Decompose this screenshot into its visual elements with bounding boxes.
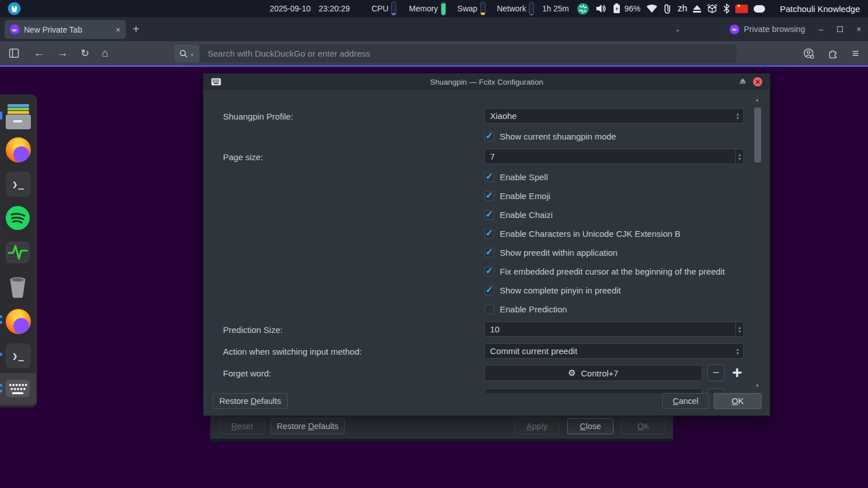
- tab-title: New Private Tab: [24, 25, 82, 34]
- spin-arrows-icon[interactable]: ▴▾: [735, 322, 743, 336]
- ok-button[interactable]: OK: [620, 418, 666, 434]
- cpu-monitor[interactable]: CPU: [372, 2, 397, 15]
- home-icon[interactable]: ⌂: [102, 47, 108, 59]
- checkbox[interactable]: ✓: [484, 172, 494, 182]
- tab-new-private-tab[interactable]: ∞ New Private Tab ×: [5, 20, 126, 39]
- memory-monitor[interactable]: Memory: [409, 2, 446, 15]
- show-mode-checkbox-row[interactable]: ✓ Show current shuangpin mode: [484, 132, 616, 141]
- sidebar-icon[interactable]: [9, 49, 19, 58]
- add-shortcut-button[interactable]: +: [728, 364, 746, 380]
- dock-item-terminal-2[interactable]: ❯_: [5, 342, 32, 370]
- menu-icon[interactable]: ≡: [852, 47, 859, 60]
- checkbox-row[interactable]: ✓Show complete pinyin in preedit: [484, 285, 621, 295]
- wifi-icon[interactable]: [646, 5, 658, 13]
- scrollbar-thumb[interactable]: [754, 108, 761, 162]
- screenshot-icon[interactable]: [577, 3, 589, 15]
- forward-icon[interactable]: →: [57, 47, 68, 59]
- flag-icon[interactable]: [735, 5, 748, 13]
- search-mode-chunk[interactable]: ⌄: [174, 45, 200, 62]
- swap-monitor[interactable]: Swap: [457, 2, 485, 15]
- forget-word-shortcut-button[interactable]: ⚙ Control+7: [484, 365, 702, 381]
- private-accent-line: [0, 65, 868, 67]
- reset-button[interactable]: Reset: [220, 418, 265, 434]
- restore-defaults-button[interactable]: Restore Defaults: [213, 393, 288, 409]
- spotify-icon: [5, 205, 31, 231]
- account-icon[interactable]: [803, 48, 814, 59]
- fcitx-config-window: Reset Restore Defaults Apply Close OK: [210, 416, 673, 442]
- running-indicator: [0, 112, 2, 120]
- urlbar[interactable]: ⌄ Search with DuckDuckGo or enter addres…: [174, 45, 736, 62]
- new-tab-button[interactable]: +: [133, 23, 140, 35]
- shade-icon[interactable]: [740, 78, 746, 84]
- volume-icon[interactable]: [596, 4, 606, 13]
- distro-logo-icon[interactable]: [8, 2, 21, 15]
- dock-item-firefox-2[interactable]: [5, 308, 32, 335]
- checkbox-row[interactable]: ✓Enable Prediction: [484, 304, 567, 314]
- eject-icon[interactable]: [693, 5, 701, 13]
- bluetooth-icon[interactable]: [723, 3, 730, 14]
- checkbox[interactable]: ✓: [484, 229, 494, 239]
- page-size-spinbox[interactable]: 7 ▴▾: [484, 149, 744, 164]
- firefox-icon: [6, 137, 31, 162]
- checkbox-row[interactable]: ✓Enable Spell: [484, 172, 548, 182]
- dock-item-file-manager[interactable]: [5, 102, 32, 129]
- maximize-button[interactable]: [837, 25, 843, 34]
- dock-item-firefox[interactable]: [5, 136, 32, 164]
- package-icon[interactable]: [707, 3, 718, 14]
- list-tabs-chevron-icon[interactable]: ⌄: [675, 25, 680, 33]
- spin-arrows-icon[interactable]: ▴▾: [735, 149, 743, 164]
- back-icon[interactable]: ←: [34, 47, 45, 59]
- minimize-button[interactable]: –: [819, 25, 823, 34]
- extensions-icon[interactable]: [828, 48, 838, 58]
- combo-arrows-icon[interactable]: ▴▾: [734, 344, 742, 358]
- dock-item-fcitx-keyboard[interactable]: [5, 375, 32, 403]
- browser-toolbar: ← → ↻ ⌂ ⌄ Search with DuckDuckGo or ente…: [0, 41, 868, 65]
- checkbox[interactable]: ✓: [484, 191, 494, 201]
- checkbox-row[interactable]: ✓Enable Chaizi: [484, 210, 553, 220]
- close-button[interactable]: Close: [567, 418, 614, 434]
- switch-action-combobox[interactable]: Commit current preedit ▴▾: [484, 343, 744, 359]
- battery-icon[interactable]: [613, 3, 620, 14]
- remove-shortcut-button[interactable]: −: [707, 364, 724, 381]
- mouse-icon[interactable]: [754, 5, 765, 13]
- cancel-button[interactable]: Cancel: [662, 393, 709, 409]
- checkbox[interactable]: ✓: [484, 285, 494, 295]
- keyboard-layout-indicator[interactable]: zh: [678, 3, 687, 14]
- page-size-value: 7: [490, 152, 495, 161]
- search-chevron-icon: ⌄: [190, 50, 194, 57]
- combo-arrows-icon[interactable]: ▴▾: [734, 109, 742, 123]
- paperclip-icon[interactable]: [663, 3, 672, 14]
- reload-icon[interactable]: ↻: [81, 47, 89, 59]
- username-label[interactable]: Patchouli Knowledge: [780, 4, 860, 14]
- ok-button[interactable]: OK: [714, 393, 762, 409]
- close-tab-icon[interactable]: ×: [116, 25, 121, 34]
- checkbox[interactable]: ✓: [484, 248, 494, 257]
- swap-label: Swap: [457, 4, 477, 13]
- running-indicator: [0, 321, 2, 324]
- checkbox-row[interactable]: ✓Enable Emoji: [484, 191, 550, 201]
- system-monitor-icon: [5, 239, 31, 265]
- checkbox[interactable]: ✓: [484, 210, 494, 220]
- dock-item-system-monitor[interactable]: [5, 239, 32, 267]
- network-monitor[interactable]: Network: [497, 2, 534, 15]
- close-window-button[interactable]: ×: [857, 25, 861, 34]
- dock-item-spotify[interactable]: [5, 205, 32, 232]
- checkbox[interactable]: ✓: [484, 267, 494, 276]
- shortcut-value: Control+7: [581, 368, 618, 378]
- restore-defaults-button[interactable]: Restore Defaults: [270, 418, 345, 434]
- dock-item-trash[interactable]: [5, 273, 32, 301]
- checkbox[interactable]: ✓: [484, 132, 494, 141]
- dialog-close-button[interactable]: ✕: [753, 77, 762, 86]
- checkbox-row[interactable]: ✓Enable Characters in Unicode CJK Extens…: [484, 229, 680, 239]
- checkbox-row[interactable]: ✓Fix embedded preedit cursor at the begi…: [484, 267, 725, 276]
- checkbox[interactable]: ✓: [484, 304, 494, 314]
- prediction-size-spinbox[interactable]: 10 ▴▾: [484, 322, 744, 337]
- dock-item-terminal[interactable]: ❯_: [5, 170, 32, 198]
- profile-combobox[interactable]: Xiaohe ▴▾: [484, 108, 744, 124]
- apply-button[interactable]: Apply: [514, 418, 560, 434]
- checkbox-row[interactable]: ✓Show preedit within application: [484, 248, 618, 257]
- scrollbar-down-icon[interactable]: ▾: [756, 383, 759, 388]
- search-icon: [180, 50, 188, 58]
- dialog-titlebar[interactable]: Shuangpin — Fcitx Configuration ✕: [204, 74, 770, 90]
- scrollbar-up-icon[interactable]: ▴: [756, 97, 759, 102]
